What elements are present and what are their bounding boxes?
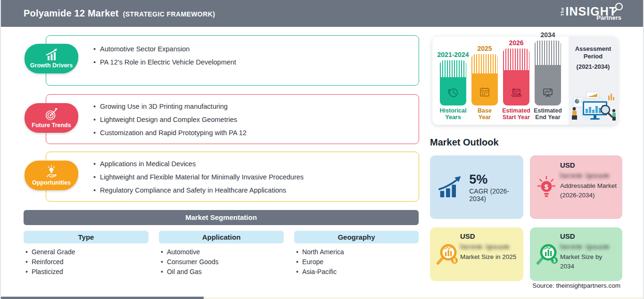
bulb-in-hand-icon	[44, 165, 58, 179]
estimated-start-year-bar	[503, 48, 529, 105]
column-list: Automotive Consumer Goods Oil and Gas	[159, 243, 284, 277]
history-clock-icon	[446, 85, 461, 100]
list-item: Plasticized	[25, 267, 149, 277]
assessment-line: Assessment	[575, 45, 611, 52]
historical-years-bar	[440, 60, 466, 105]
bar-caption: Base Year	[478, 108, 492, 121]
bar-group-base: 2025 Base Ye	[471, 45, 498, 121]
bar-group-end: 2034 Estimated End Year	[535, 31, 561, 121]
growth-bars-arrow-icon	[438, 175, 463, 200]
laptop-analytics-icon	[509, 85, 524, 100]
future-trends-box: Growing Use in 3D Printing manufacturing…	[46, 94, 419, 144]
page-title: Polyamide 12 Market	[24, 8, 119, 19]
list-item: Lightweight and Flexible Material for Mi…	[93, 170, 409, 184]
list-item: Regulatory Compliance and Safety in Heal…	[93, 184, 409, 197]
bar-hatch	[503, 48, 529, 70]
header-bar: Polyamide 12 Market (STRATEGIC FRAMEWORK…	[1, 0, 644, 27]
future-trends-badge: Future Trends	[25, 103, 78, 133]
magnifier-icon	[612, 2, 624, 15]
assessment-line: Period	[584, 53, 603, 60]
bar-hatch	[535, 40, 561, 65]
growth-drivers-badge: Growth Drivers	[25, 44, 78, 73]
caption-line: Estimated	[502, 107, 530, 114]
page-subtitle: (STRATEGIC FRAMEWORK)	[123, 10, 215, 18]
svg-text:$: $	[553, 258, 556, 263]
caption-line: End Year	[535, 114, 560, 121]
bar-group-start: 2026 Estimated Start Year	[503, 39, 529, 121]
segmentation-column-type: Type General Grade Reinforced Plasticize…	[24, 231, 149, 277]
card-currency: USD	[460, 232, 519, 240]
dollar-bulb-icon: $	[536, 176, 557, 199]
list-item: PA 12’s Role in Electric Vehicle Develop…	[93, 56, 409, 69]
column-header: Application	[159, 231, 284, 243]
cagr-card: 5% CAGR (2026-2034)	[430, 155, 523, 219]
list-item: Consumer Goods	[161, 257, 284, 267]
base-year-bar	[471, 54, 498, 105]
presentation-chart-icon	[540, 85, 555, 100]
market-outlook-title: Market Outlook	[430, 137, 499, 148]
badge-label: Growth Drivers	[30, 62, 73, 69]
column-header: Geography	[294, 231, 419, 243]
bar-year-label: 2025	[477, 45, 492, 52]
timeline-bars: 2021-2024 Historical Years 2025	[440, 37, 561, 125]
segmentation-column-application: Application Automotive Consumer Goods Oi…	[159, 231, 284, 277]
magnifier-chart-icon: $	[536, 242, 560, 267]
list-item: Applications in Medical Devices	[93, 157, 409, 170]
assessment-timeline-card: 2021-2024 Historical Years 2025	[432, 37, 618, 125]
list-item: Asia-Pacific	[296, 267, 419, 277]
card-hidden-value: lorem ipsum	[560, 171, 618, 179]
card-hidden-value: lorem ipsum	[560, 242, 618, 251]
bar-year-label: 2026	[509, 39, 523, 47]
assessment-period-title: Assessment Period	[569, 45, 618, 60]
card-label: Market Size in 2025	[460, 252, 519, 262]
caption-line: Estimated	[534, 107, 562, 114]
badge-label: Opportunities	[32, 179, 71, 186]
bar-year-label: 2034	[540, 31, 555, 39]
bar-group-historical: 2021-2024 Historical Years	[440, 51, 466, 121]
bottom-strip-dark	[1, 297, 204, 299]
analytics-illustration	[570, 87, 617, 122]
estimated-end-year-bar	[535, 40, 561, 105]
list-item: Reinforced	[25, 257, 149, 267]
column-list: General Grade Reinforced Plasticized	[24, 243, 149, 277]
bar-hatch	[440, 60, 466, 77]
card-hidden-value: lorem ipsum	[460, 242, 519, 251]
infographic-page: Polyamide 12 Market (STRATEGIC FRAMEWORK…	[0, 0, 644, 299]
insight-partners-logo: The INSIGHT Partners	[561, 6, 631, 21]
svg-text:$: $	[545, 182, 549, 190]
source-attribution: Source: theinsightpartners.com	[532, 282, 620, 289]
market-segmentation-header: Market Segmentation	[24, 210, 419, 225]
caption-line: Years	[445, 114, 461, 121]
card-label: Addressable Market (2026-2034)	[560, 181, 618, 200]
list-item: Growing Use in 3D Printing manufacturing	[93, 100, 409, 113]
list-item: Oil and Gas	[161, 267, 284, 277]
opportunities-badge: Opportunities	[25, 161, 78, 190]
card-body: USD lorem ipsum Market Size in 2025	[460, 232, 519, 262]
column-list: North America Europe Asia-Pacific	[294, 243, 419, 277]
calendar-icon	[477, 85, 492, 100]
caption-line: Historical	[440, 107, 467, 114]
card-currency: USD	[560, 232, 618, 240]
list-item: Lightweight Design and Complex Geometrie…	[93, 113, 409, 126]
list-item: Automotive Sector Expansion	[93, 42, 409, 56]
assessment-period-range: (2021-2034)	[569, 63, 618, 70]
bar-hatch	[471, 54, 498, 73]
cagr-text: 5% CAGR (2026-2034)	[469, 172, 523, 202]
bar-chart-up-icon	[44, 48, 59, 62]
card-currency: USD	[560, 161, 618, 169]
bar-year-label: 2021-2024	[438, 51, 469, 58]
column-header: Type	[24, 231, 149, 243]
bar-caption: Estimated Start Year	[502, 108, 530, 121]
list-item: Customization and Rapid Prototyping with…	[93, 126, 409, 139]
addressable-market-card: $ USD lorem ipsum Addressable Market (20…	[530, 155, 622, 219]
list-item: North America	[296, 247, 419, 257]
caption-line: Start Year	[503, 114, 530, 121]
opportunities-box: Applications in Medical Devices Lightwei…	[46, 152, 419, 202]
list-item: Automotive	[161, 247, 284, 257]
svg-text:$: $	[453, 258, 456, 263]
growth-drivers-list: Automotive Sector Expansion PA 12’s Role…	[46, 36, 419, 69]
list-item: Europe	[296, 257, 419, 267]
card-label: Market Size by 2034	[560, 252, 618, 271]
opportunities-list: Applications in Medical Devices Lightwei…	[46, 152, 419, 197]
cagr-label: CAGR (2026-2034)	[469, 187, 523, 202]
